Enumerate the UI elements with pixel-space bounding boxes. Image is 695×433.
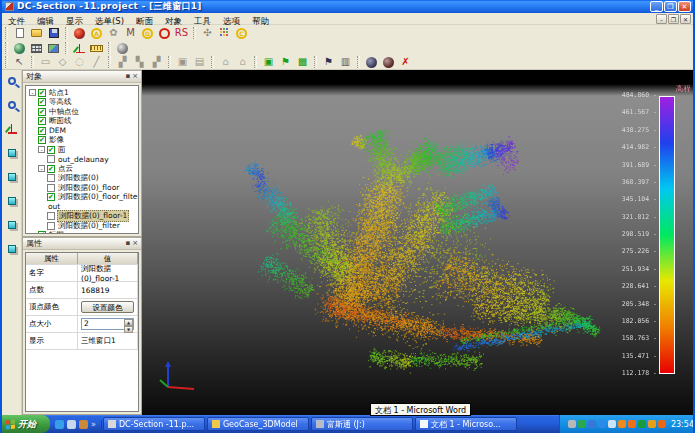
tree-checkbox[interactable]: ✔ <box>38 231 46 234</box>
ruler-icon[interactable] <box>89 42 104 55</box>
circle-c-icon[interactable]: C <box>234 27 249 40</box>
green-box-icon[interactable]: ▩ <box>295 56 310 69</box>
view-cube-3-icon[interactable] <box>4 194 19 207</box>
sphere-dark-2-icon[interactable] <box>381 56 396 69</box>
sphere-gray-icon[interactable] <box>115 42 130 55</box>
house-2-icon[interactable]: ⌂ <box>235 56 250 69</box>
tree-checkbox[interactable] <box>47 155 55 163</box>
green-node-icon[interactable]: ▣ <box>261 56 276 69</box>
printer-icon[interactable] <box>568 420 576 428</box>
sphere-tool-icon[interactable] <box>72 27 87 40</box>
start-button[interactable]: 开始 <box>0 415 50 433</box>
tree-checkbox[interactable] <box>47 174 55 182</box>
tree-item-浏阳数据(0)_floor_filter[interactable]: ✔浏阳数据(0)_floor_filter <box>27 193 138 203</box>
safety-icon[interactable] <box>578 420 586 428</box>
tree-expand-toggle[interactable]: - <box>38 146 45 153</box>
tool-gray-icon[interactable]: ✣ <box>200 27 215 40</box>
delete-x-icon[interactable]: ✗ <box>398 56 413 69</box>
child-minimize-button[interactable]: – <box>656 14 667 24</box>
m-pattern-icon[interactable]: M <box>123 27 138 40</box>
tree-item-等高线[interactable]: ✔等高线 <box>27 98 138 108</box>
grid-view-icon[interactable] <box>29 42 44 55</box>
point-size-value[interactable]: 2 <box>82 319 124 329</box>
tree-item-浏阳数据(0)[interactable]: 浏阳数据(0) <box>27 174 138 184</box>
rs-icon[interactable]: RS <box>174 27 189 40</box>
tree-checkbox[interactable]: ✔ <box>38 117 46 125</box>
tree-checkbox[interactable]: ✔ <box>47 165 55 173</box>
view-cube-4-icon[interactable] <box>4 218 19 231</box>
tree-checkbox[interactable]: ✔ <box>47 146 55 154</box>
tree-item-断面线[interactable]: ✔断面线 <box>27 117 138 127</box>
tree-checkbox[interactable]: ✔ <box>38 89 46 97</box>
tree-item-浏阳数据(0)_filter[interactable]: 浏阳数据(0)_filter <box>27 221 138 231</box>
qq-icon[interactable] <box>618 420 626 428</box>
qq-2-icon[interactable] <box>628 420 636 428</box>
emule-icon[interactable] <box>598 420 606 428</box>
circle-g-icon[interactable]: G <box>140 27 155 40</box>
tree-item-面[interactable]: -✔面 <box>27 145 138 155</box>
split-icon[interactable]: ▤ <box>192 56 207 69</box>
select-cursor-icon[interactable]: ↖ <box>12 56 27 69</box>
clip-reset-icon[interactable]: ▞ <box>149 56 164 69</box>
view-cube-1-icon[interactable] <box>4 146 19 159</box>
monitor-icon[interactable] <box>608 420 616 428</box>
new-file-icon[interactable] <box>12 27 27 40</box>
flag-dark-icon[interactable]: ⚑ <box>321 56 336 69</box>
axes-icon[interactable] <box>72 42 87 55</box>
tree-expand-toggle[interactable]: - <box>38 165 45 172</box>
child-restore-button[interactable]: ❐ <box>668 14 679 24</box>
clip-out-icon[interactable]: ▚ <box>132 56 147 69</box>
tree-checkbox[interactable]: ✔ <box>47 193 55 201</box>
panel-close-icon[interactable]: × <box>132 240 138 247</box>
panel-pin-icon[interactable]: ▪ <box>125 240 130 247</box>
tree-checkbox[interactable] <box>47 212 55 220</box>
tree-item-影像[interactable]: ✔影像 <box>27 136 138 146</box>
trash-icon[interactable]: ▥ <box>338 56 353 69</box>
open-folder-icon[interactable] <box>29 27 44 40</box>
zoom-icon[interactable] <box>4 98 19 111</box>
view-cube-2-icon[interactable] <box>4 170 19 183</box>
sphere-dark-icon[interactable] <box>364 56 379 69</box>
viewport-3d[interactable]: 高程 484.860 -461.567 -438.275 -414.982 -3… <box>142 70 695 415</box>
tree-checkbox[interactable]: ✔ <box>38 136 46 144</box>
image-view-icon[interactable] <box>46 42 61 55</box>
view-cube-5-icon[interactable] <box>4 242 19 255</box>
color-dots-icon[interactable] <box>217 27 232 40</box>
spinner-arrows[interactable]: ▲▼ <box>124 319 133 329</box>
minimize-button[interactable]: _ <box>650 1 663 12</box>
tree-item-点云[interactable]: -✔点云 <box>27 164 138 174</box>
tree-item-标靶[interactable]: ✔标靶 <box>27 231 138 235</box>
spinner-down-icon[interactable]: ▼ <box>124 326 133 333</box>
shield-green-icon[interactable] <box>638 420 646 428</box>
tree-item-DEM[interactable]: ✔DEM <box>27 126 138 136</box>
toolbar-grip[interactable] <box>5 56 8 67</box>
toolbar-grip[interactable] <box>5 42 8 53</box>
desktop-icon[interactable] <box>67 420 76 429</box>
save-icon[interactable] <box>46 27 61 40</box>
app-launcher-icon[interactable] <box>79 420 88 429</box>
update-icon[interactable] <box>648 420 656 428</box>
tree-item-中轴点位[interactable]: ✔中轴点位 <box>27 107 138 117</box>
tree-item-浏阳数据(0)_floor-1[interactable]: 浏阳数据(0)_floor-1 <box>27 212 138 222</box>
tree-checkbox[interactable]: ✔ <box>38 127 46 135</box>
task-button-0[interactable]: DC-Section -11.p... <box>103 417 205 431</box>
tree-item-浏阳数据(0)_floor[interactable]: 浏阳数据(0)_floor <box>27 183 138 193</box>
point-size-spinner[interactable]: 2▲▼ <box>81 318 134 330</box>
panel-close-icon[interactable]: × <box>132 73 138 80</box>
circle-a-icon[interactable]: A <box>89 27 104 40</box>
panel-pin-icon[interactable]: ▪ <box>125 73 130 80</box>
globe-icon[interactable] <box>12 42 27 55</box>
select-polygon-icon[interactable]: ◇ <box>55 56 70 69</box>
house-icon[interactable]: ⌂ <box>218 56 233 69</box>
task-button-1[interactable]: GeoCase_3DModel <box>207 417 309 431</box>
clip-in-icon[interactable]: ▞ <box>115 56 130 69</box>
flower-icon[interactable]: ✿ <box>106 27 121 40</box>
tree-item-out_delaunay[interactable]: out_delaunay <box>27 155 138 165</box>
select-rect-icon[interactable]: ▭ <box>38 56 53 69</box>
circle-o-icon[interactable] <box>157 27 172 40</box>
merge-icon[interactable]: ▣ <box>175 56 190 69</box>
child-close-button[interactable]: ✕ <box>680 14 691 24</box>
tree-checkbox[interactable]: ✔ <box>38 108 46 116</box>
shield-orange-icon[interactable] <box>658 420 666 428</box>
quicklaunch-more-icon[interactable]: » <box>91 420 96 429</box>
